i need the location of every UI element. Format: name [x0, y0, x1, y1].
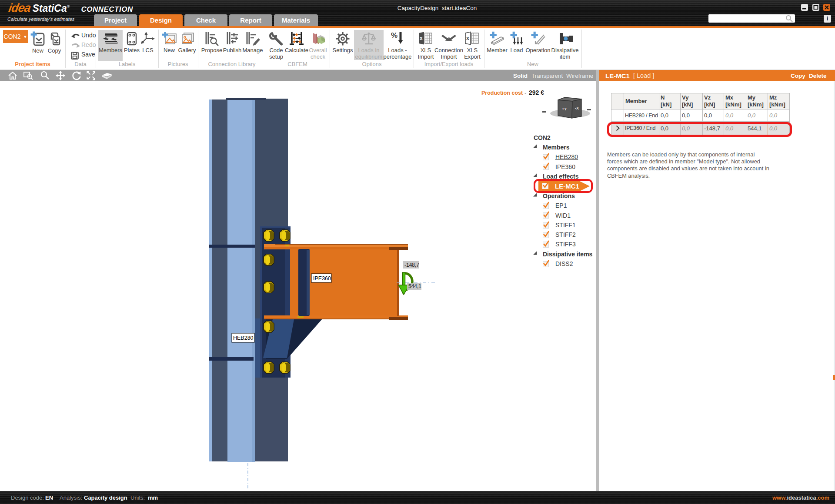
svg-text:HEB280: HEB280 [233, 335, 254, 341]
svg-text:544,1: 544,1 [408, 283, 421, 289]
svg-text:-X: -X [575, 106, 579, 110]
svg-text:IPE360: IPE360 [313, 275, 331, 282]
svg-text:+Y: +Y [562, 107, 567, 111]
svg-text:-148,7: -148,7 [404, 262, 419, 268]
